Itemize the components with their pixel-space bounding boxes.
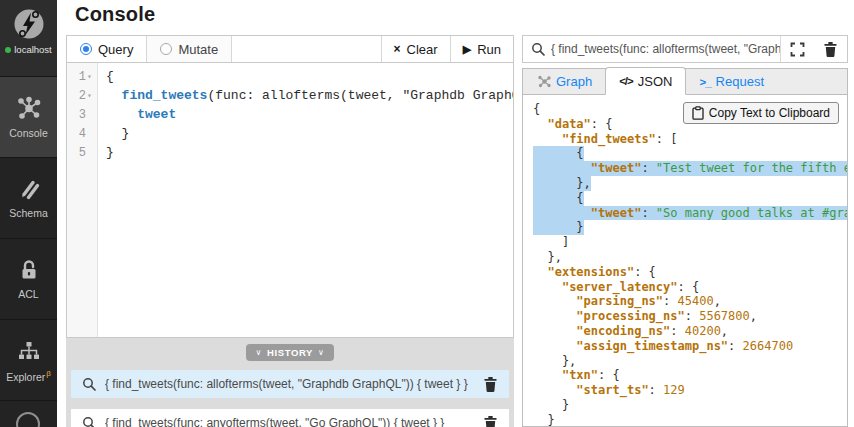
json-line: ]	[533, 235, 847, 250]
delete-history-icon[interactable]	[483, 376, 498, 392]
mode-tab-query[interactable]: Query	[67, 36, 147, 62]
json-line: "assign_timestamp_ns": 2664700	[533, 339, 847, 354]
page-header: Console	[57, 0, 854, 33]
editor-gutter: 1▾2▾3 4 5	[67, 63, 98, 337]
json-line: }	[533, 398, 847, 413]
json-line: "parsing_ns": 45400,	[533, 294, 847, 309]
delete-history-icon[interactable]	[483, 415, 498, 427]
sidebar-item-label: ACL	[18, 289, 38, 300]
clear-button-label: Clear	[407, 42, 438, 57]
request-glyph-icon: >_	[699, 76, 710, 88]
line-number: 3	[67, 105, 97, 124]
line-number: 1▾	[67, 67, 97, 86]
json-line: }	[533, 413, 847, 427]
ratel-console-app: localhost ConsoleSchemaACLExplorerβ Cons…	[0, 0, 854, 427]
radio-icon	[80, 43, 92, 55]
run-button[interactable]: ▶ Run	[450, 36, 513, 62]
code-line: tweet	[106, 105, 514, 124]
line-number: 2▾	[67, 86, 97, 105]
tab-request[interactable]: >_Request	[686, 69, 777, 94]
sidebar-nav: ConsoleSchemaACLExplorerβ	[0, 76, 57, 400]
tab-graph[interactable]: Graph	[525, 69, 605, 94]
history-item[interactable]: { find_tweets(func: anyofterms(tweet, "G…	[71, 409, 509, 427]
editor-code: { find_tweets(func: allofterms(tweet, "G…	[98, 63, 514, 337]
copy-to-clipboard-button[interactable]: Copy Text to Clipboard	[683, 102, 839, 124]
history-toggle[interactable]: ∨ HISTORY ∨	[246, 344, 335, 361]
sidebar-item-label: Schema	[9, 208, 48, 219]
search-icon	[523, 42, 551, 56]
fullscreen-button[interactable]	[781, 36, 814, 62]
copy-button-label: Copy Text to Clipboard	[709, 106, 830, 120]
json-line: },	[533, 354, 847, 369]
json-result-card: Copy Text to Clipboard { "data": { "find…	[522, 94, 848, 427]
result-bar-actions	[780, 36, 847, 62]
run-button-label: Run	[477, 42, 501, 57]
query-editor[interactable]: 1▾2▾3 4 5 { find_tweets(func: allofterms…	[66, 63, 514, 338]
sidebar-item-explorer[interactable]: Explorerβ	[0, 319, 57, 400]
tab-label: Request	[716, 74, 764, 89]
json-line: "tweet": "Test tweet for the fifth episo…	[533, 161, 847, 176]
code-line: find_tweets(func: allofterms(tweet, "Gra…	[106, 86, 514, 105]
sidebar: localhost ConsoleSchemaACLExplorerβ	[0, 0, 57, 427]
json-line: "processing_ns": 5567800,	[533, 309, 847, 324]
page-title: Console	[75, 3, 854, 26]
search-icon	[82, 416, 96, 427]
result-query-text: { find_tweets(func: allofterms(tweet, "G…	[551, 42, 780, 56]
sidebar-item-label: Explorerβ	[6, 370, 51, 382]
tab-label: JSON	[638, 74, 673, 89]
json-glyph-icon: </>	[619, 75, 633, 87]
json-line: {	[533, 191, 847, 206]
json-line: "server_latency": {	[533, 280, 847, 295]
json-line: }	[533, 220, 847, 235]
clear-x-icon: ×	[394, 43, 401, 55]
result-tabs: Graph</>JSON>_Request	[522, 68, 848, 94]
delete-result-button[interactable]	[814, 36, 847, 62]
json-line: },	[533, 176, 847, 191]
fold-marker-icon[interactable]: ▾	[87, 91, 94, 100]
json-line: "encoding_ns": 40200,	[533, 324, 847, 339]
sidebar-item-acl[interactable]: ACL	[0, 238, 57, 319]
code-line: }	[106, 143, 514, 162]
line-number: 4	[67, 124, 97, 143]
history-query-text: { find_tweets(func: anyofterms(tweet, "G…	[105, 416, 474, 427]
query-toolbar: QueryMutate × Clear ▶ Run	[66, 35, 514, 63]
mode-tab-mutate[interactable]: Mutate	[147, 36, 232, 62]
acl-lock-icon	[17, 258, 41, 282]
dgraph-logo-icon	[12, 7, 46, 41]
json-line: "extensions": {	[533, 265, 847, 280]
schema-icon	[17, 177, 41, 201]
history-list: { find_tweets(func: allofterms(tweet, "G…	[66, 370, 514, 427]
sidebar-item-schema[interactable]: Schema	[0, 157, 57, 238]
connection-host: localhost	[14, 44, 52, 55]
code-line: }	[106, 124, 514, 143]
clipboard-icon	[692, 106, 704, 120]
graph-icon	[538, 75, 551, 88]
code-line: {	[106, 67, 514, 86]
tab-json[interactable]: </>JSON	[605, 67, 686, 95]
json-line: "start_ts": 129	[533, 383, 847, 398]
json-line: "find_tweets": [	[533, 132, 847, 147]
json-line: "txn": {	[533, 368, 847, 383]
chevron-down-icon: ∨	[256, 348, 262, 357]
connection-label: localhost	[5, 44, 52, 55]
play-icon: ▶	[463, 44, 471, 55]
fullscreen-icon	[790, 42, 805, 57]
json-line: },	[533, 250, 847, 265]
sidebar-item-console[interactable]: Console	[0, 76, 57, 157]
search-icon	[82, 377, 96, 391]
trash-icon	[823, 41, 838, 57]
tab-label: Graph	[556, 74, 592, 89]
result-query-bar[interactable]: { find_tweets(func: allofterms(tweet, "G…	[522, 35, 848, 63]
chevron-down-icon: ∨	[318, 348, 324, 357]
sidebar-connection[interactable]: localhost	[0, 0, 57, 76]
history-area: ∨ HISTORY ∨ { find_tweets(func: allofter…	[66, 338, 514, 427]
clear-button[interactable]: × Clear	[381, 36, 450, 62]
sidebar-item-partial[interactable]	[0, 400, 57, 427]
json-response-view[interactable]: { "data": { "find_tweets": [ { "tweet": …	[523, 95, 847, 427]
json-line: {	[533, 146, 847, 161]
mode-tab-label: Mutate	[178, 42, 218, 57]
history-item[interactable]: { find_tweets(func: allofterms(tweet, "G…	[71, 370, 509, 398]
mode-tab-label: Query	[98, 42, 133, 57]
partial-circle-icon	[0, 401, 57, 427]
fold-marker-icon[interactable]: ▾	[87, 72, 94, 81]
